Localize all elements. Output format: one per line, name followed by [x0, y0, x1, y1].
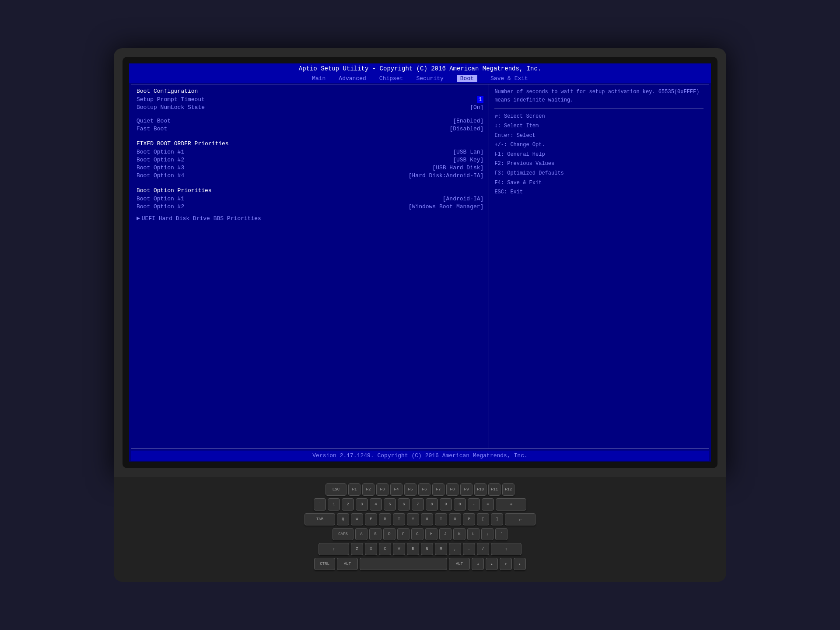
key-enter[interactable]: ↵ — [505, 513, 536, 525]
key-p[interactable]: P — [463, 513, 475, 525]
key-period[interactable]: . — [463, 543, 475, 555]
key-b[interactable]: B — [407, 543, 419, 555]
key-5[interactable]: 5 — [384, 498, 396, 511]
boot-opt2-row[interactable]: Boot Option #2 [USB Key] — [136, 157, 483, 163]
key-arrow-left[interactable]: ◂ — [472, 558, 484, 570]
key-caps[interactable]: CAPS — [332, 528, 354, 540]
key-arrow-down[interactable]: ▾ — [500, 558, 512, 570]
key-n[interactable]: N — [421, 543, 433, 555]
nav-security[interactable]: Security — [416, 75, 443, 82]
boot-opt3-value[interactable]: [USB Hard Disk] — [432, 164, 483, 171]
key-i[interactable]: I — [435, 513, 447, 525]
setup-prompt-value[interactable]: 1 — [477, 96, 484, 103]
key-f10[interactable]: F10 — [474, 483, 486, 496]
key-v[interactable]: V — [393, 543, 405, 555]
setup-prompt-row[interactable]: Setup Prompt Timeout 1 — [136, 96, 483, 103]
key-alt-right[interactable]: ALT — [449, 558, 470, 570]
key-f8[interactable]: F8 — [446, 483, 458, 496]
priority-opt2-row[interactable]: Boot Option #2 [Windows Boot Manager] — [136, 203, 483, 210]
key-f11[interactable]: F11 — [488, 483, 500, 496]
key-f4[interactable]: F4 — [390, 483, 402, 496]
nav-boot[interactable]: Boot — [457, 75, 477, 82]
key-f2[interactable]: F2 — [362, 483, 374, 496]
nav-chipset[interactable]: Chipset — [379, 75, 403, 82]
key-x[interactable]: X — [365, 543, 377, 555]
nav-advanced[interactable]: Advanced — [339, 75, 366, 82]
priority-opt2-value[interactable]: [Windows Boot Manager] — [409, 203, 484, 210]
uefi-row[interactable]: ► UEFI Hard Disk Drive BBS Priorities — [136, 215, 483, 222]
key-f1[interactable]: F1 — [348, 483, 360, 496]
nav-bar[interactable]: Main Advanced Chipset Security Boot Save… — [129, 74, 711, 83]
key-4[interactable]: 4 — [370, 498, 382, 511]
quiet-boot-row[interactable]: Quiet Boot [Enabled] — [136, 118, 483, 124]
key-esc[interactable]: ESC — [326, 483, 346, 496]
boot-opt2-value[interactable]: [USB Key] — [453, 157, 483, 163]
priority-opt1-value[interactable]: [Android-IA] — [443, 196, 484, 202]
key-t[interactable]: T — [393, 513, 405, 525]
key-f6[interactable]: F6 — [418, 483, 430, 496]
key-semicolon[interactable]: ; — [481, 528, 494, 540]
key-f[interactable]: F — [397, 528, 410, 540]
key-q[interactable]: Q — [337, 513, 349, 525]
key-k[interactable]: K — [453, 528, 466, 540]
key-g[interactable]: G — [411, 528, 424, 540]
key-f12[interactable]: F12 — [502, 483, 514, 496]
key-arrow-right[interactable]: ▸ — [514, 558, 526, 570]
key-e[interactable]: E — [365, 513, 377, 525]
key-z[interactable]: Z — [351, 543, 363, 555]
key-0[interactable]: 0 — [454, 498, 466, 511]
key-3[interactable]: 3 — [356, 498, 368, 511]
key-6[interactable]: 6 — [398, 498, 410, 511]
key-shift-right[interactable]: ⇧ — [491, 543, 522, 555]
key-backtick[interactable]: ` — [314, 498, 326, 511]
fast-boot-row[interactable]: Fast Boot [Disabled] — [136, 126, 483, 132]
key-comma[interactable]: , — [449, 543, 461, 555]
key-f5[interactable]: F5 — [404, 483, 416, 496]
key-s[interactable]: S — [369, 528, 382, 540]
key-u[interactable]: U — [421, 513, 433, 525]
numlock-row[interactable]: Bootup NumLock State [On] — [136, 104, 483, 111]
key-f7[interactable]: F7 — [432, 483, 444, 496]
key-w[interactable]: W — [351, 513, 363, 525]
key-c[interactable]: C — [379, 543, 391, 555]
key-9[interactable]: 9 — [440, 498, 452, 511]
key-1[interactable]: 1 — [328, 498, 340, 511]
key-8[interactable]: 8 — [426, 498, 438, 511]
key-f3[interactable]: F3 — [376, 483, 388, 496]
key-shift-left[interactable]: ⇧ — [318, 543, 349, 555]
key-arrow-up[interactable]: ▴ — [486, 558, 498, 570]
fast-boot-value[interactable]: [Disabled] — [449, 126, 483, 132]
key-slash[interactable]: / — [477, 543, 489, 555]
key-o[interactable]: O — [449, 513, 461, 525]
boot-opt3-row[interactable]: Boot Option #3 [USB Hard Disk] — [136, 164, 483, 171]
key-y[interactable]: Y — [407, 513, 419, 525]
key-ctrl[interactable]: CTRL — [314, 558, 335, 570]
key-alt[interactable]: ALT — [337, 558, 358, 570]
key-d[interactable]: D — [383, 528, 396, 540]
key-quote[interactable]: ' — [495, 528, 508, 540]
key-j[interactable]: J — [439, 528, 452, 540]
nav-save-exit[interactable]: Save & Exit — [490, 75, 528, 82]
priority-opt1-row[interactable]: Boot Option #1 [Android-IA] — [136, 196, 483, 202]
key-f9[interactable]: F9 — [460, 483, 472, 496]
boot-opt1-value[interactable]: [USB Lan] — [453, 149, 483, 155]
key-rbracket[interactable]: ] — [491, 513, 503, 525]
quiet-boot-value[interactable]: [Enabled] — [453, 118, 483, 124]
key-space[interactable] — [360, 558, 447, 570]
key-lbracket[interactable]: [ — [477, 513, 489, 525]
key-a[interactable]: A — [355, 528, 368, 540]
numlock-value[interactable]: [On] — [470, 104, 483, 111]
key-2[interactable]: 2 — [342, 498, 354, 511]
key-backspace[interactable]: ⌫ — [496, 498, 526, 511]
key-minus[interactable]: - — [468, 498, 480, 511]
key-r[interactable]: R — [379, 513, 391, 525]
boot-opt4-row[interactable]: Boot Option #4 [Hard Disk:Android-IA] — [136, 172, 483, 179]
key-l[interactable]: L — [467, 528, 480, 540]
key-equals[interactable]: = — [482, 498, 494, 511]
nav-main[interactable]: Main — [312, 75, 326, 82]
boot-opt4-value[interactable]: [Hard Disk:Android-IA] — [409, 172, 484, 179]
key-m[interactable]: M — [435, 543, 447, 555]
key-tab[interactable]: TAB — [304, 513, 335, 525]
key-h[interactable]: H — [425, 528, 438, 540]
uefi-label[interactable]: UEFI Hard Disk Drive BBS Priorities — [142, 215, 261, 222]
